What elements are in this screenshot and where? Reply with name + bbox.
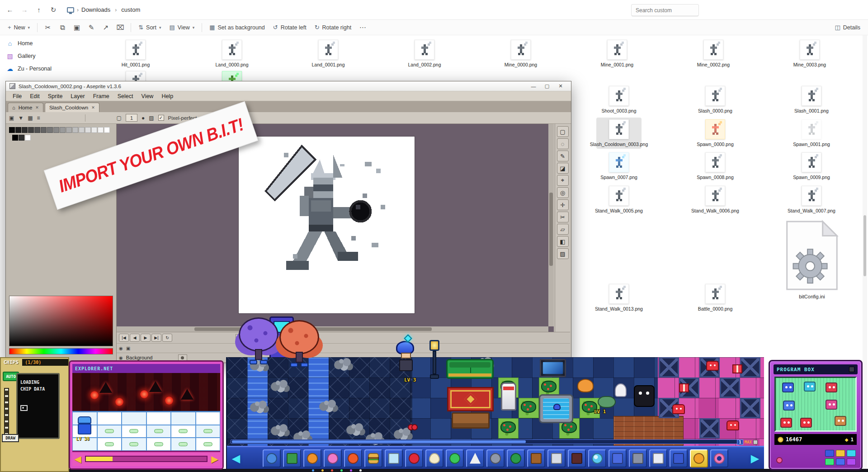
palette-swatch[interactable] — [9, 127, 15, 133]
palette-swatch[interactable] — [19, 135, 24, 141]
play-button[interactable]: ▶ — [141, 334, 151, 342]
palette-swatch[interactable] — [34, 127, 40, 133]
sort-button[interactable]: ⇅ Sort ▾ — [134, 22, 165, 33]
hotbar-slot-globe[interactable] — [588, 449, 606, 467]
breadcrumb-item-downloads[interactable]: Downloads — [79, 5, 113, 14]
sprite-artboard[interactable] — [239, 137, 415, 313]
bucket-tool-icon[interactable]: ◧ — [557, 236, 569, 247]
pixel-perfect-checkbox[interactable]: ✓ — [158, 115, 164, 121]
menu-select[interactable]: Select — [113, 92, 137, 100]
map-scrollbar[interactable] — [231, 439, 738, 444]
grid-icon[interactable]: ▦ — [28, 115, 33, 121]
lasso-tool-icon[interactable]: ◌ — [557, 138, 569, 149]
scrollbar-thumb[interactable] — [232, 440, 526, 443]
taskbar[interactable] — [0, 469, 868, 472]
taskbar-app-icon[interactable] — [312, 469, 314, 472]
eye-icon[interactable]: ◉ — [119, 346, 123, 351]
btn-green[interactable] — [825, 458, 834, 465]
hotbar-slot-egg[interactable] — [425, 449, 443, 467]
color-picker[interactable] — [9, 296, 113, 346]
hotbar-slot-rock[interactable] — [486, 449, 505, 467]
hue-slider[interactable] — [9, 348, 113, 354]
hotbar-slot-donut[interactable] — [710, 449, 728, 467]
lock-icon[interactable] — [753, 440, 758, 444]
eyedropper-tool-icon[interactable]: ⌖ — [557, 175, 569, 186]
close-button[interactable]: ✕ — [554, 82, 567, 91]
first-frame-button[interactable]: |◀ — [119, 334, 129, 342]
file-item-spawn-0000-png[interactable]: Spawn_0000.png — [693, 118, 738, 149]
palette-swatch[interactable] — [79, 127, 85, 133]
hotbar-slot-panel-navy[interactable] — [670, 449, 688, 467]
file-item-spawn-0007-png[interactable]: Spawn_0007.png — [596, 151, 642, 182]
rotate-right-button[interactable]: ↻ Rotate right — [311, 22, 356, 33]
btn-cyan[interactable] — [847, 450, 856, 457]
palette-swatch[interactable] — [53, 127, 59, 133]
hotbar-slot-ice-cube[interactable] — [385, 449, 403, 467]
set-as-background-button[interactable]: ▦ Set as background — [205, 22, 269, 33]
share-button[interactable]: ↗ — [99, 20, 113, 35]
draw-button[interactable]: DRAW — [2, 434, 19, 442]
hotbar-slot-burger[interactable] — [364, 449, 382, 467]
file-item-slash-cooldown-0003-png[interactable]: Slash_Cooldown_0003.png — [596, 118, 642, 149]
sidebar-item-gallery[interactable]: ▧Gallery — [0, 50, 84, 62]
copy-button[interactable]: ⧉ — [55, 20, 70, 35]
file-item-battle-0000-png[interactable]: Battle_0000.png — [693, 282, 738, 313]
file-item-stand-walk-0006-png[interactable]: Stand_Walk_0006.png — [693, 184, 738, 215]
palette-swatch[interactable] — [25, 135, 31, 141]
menu-file[interactable]: File — [9, 92, 26, 100]
hotbar-slot-peach[interactable] — [690, 449, 708, 467]
palette-swatch[interactable] — [41, 127, 47, 133]
menu-help[interactable]: Help — [157, 92, 177, 100]
loop-button[interactable]: ↻ — [162, 334, 172, 342]
file-item-land-0001-png[interactable]: Land_0001.png — [306, 38, 351, 69]
battle-right-arrow[interactable]: ▶ — [209, 453, 220, 464]
file-item-spawn-0008-png[interactable]: Spawn_0008.png — [693, 151, 738, 182]
btn-purple[interactable] — [847, 458, 856, 465]
rename-button[interactable]: ✎ — [84, 20, 99, 35]
explorer-scrollbar[interactable] — [863, 35, 867, 472]
hotbar-left-arrow[interactable]: ◀ — [229, 452, 243, 465]
menu-icon[interactable]: ≡ — [37, 115, 40, 121]
palette-swatch[interactable] — [72, 127, 78, 133]
rotate-left-button[interactable]: ↺ Rotate left — [269, 22, 311, 33]
hotbar-slot-onigiri[interactable] — [466, 449, 484, 467]
palette-swatch[interactable] — [28, 127, 34, 133]
palette-swatch[interactable] — [15, 127, 21, 133]
palette-swatch[interactable] — [22, 127, 28, 133]
more-button[interactable]: ⋯ — [355, 20, 370, 35]
file-item-mine-0000-png[interactable]: Mine_0000.png — [498, 38, 543, 69]
file-item-hit-0001-png[interactable]: Hit_0001.png — [113, 38, 158, 69]
new-button[interactable]: + New ▾ — [4, 22, 34, 33]
palette-swatch[interactable] — [47, 127, 53, 133]
hotbar-slot-panel-gray[interactable] — [629, 449, 647, 467]
tab-slash-cooldown[interactable]: Slash_Cooldown✕ — [45, 103, 99, 112]
game-map[interactable]: LV 3 LV 1 1 MAX ◀ ▶ — [226, 357, 764, 469]
taskbar-app-icon[interactable] — [359, 469, 362, 472]
eraser-tool-icon[interactable]: ◪ — [557, 163, 569, 174]
hotbar-right-arrow[interactable]: ▶ — [748, 452, 762, 465]
file-item-bitconfig[interactable]: bitConfig.ini — [782, 220, 842, 299]
taskbar-app-icon[interactable] — [340, 469, 343, 472]
palette-swatch[interactable] — [12, 135, 18, 141]
menu-layer[interactable]: Layer — [66, 92, 89, 100]
delete-button[interactable]: ⌧ — [113, 20, 127, 35]
palette-swatch[interactable] — [104, 127, 110, 133]
prev-frame-button[interactable]: ◀ — [130, 334, 140, 342]
tab-home[interactable]: ⌂Home✕ — [8, 103, 43, 112]
scrollbar-thumb[interactable] — [549, 193, 553, 265]
taskbar-app-icon[interactable] — [350, 469, 352, 472]
move-tool-icon[interactable]: ✛ — [557, 199, 569, 210]
minimize-button[interactable]: — — [527, 82, 540, 91]
hotbar-slot-fire-fruit[interactable] — [344, 449, 362, 467]
breadcrumb-item-custom[interactable]: custom — [118, 5, 143, 14]
menu-view[interactable]: View — [137, 92, 158, 100]
btn-blue2[interactable] — [836, 458, 845, 465]
hotbar-slot-cherry[interactable] — [405, 449, 423, 467]
up-button[interactable]: ↑ — [32, 3, 46, 17]
refresh-button[interactable]: ↻ — [46, 3, 61, 17]
hotbar-slot-door[interactable] — [547, 449, 566, 467]
layer-name[interactable]: Background — [126, 355, 175, 360]
sidebar-item-zu-personal[interactable]: ☁Zu - Personal — [0, 62, 84, 75]
timeline-cel[interactable] — [178, 354, 187, 361]
canvas-hscrollbar[interactable] — [117, 326, 548, 332]
